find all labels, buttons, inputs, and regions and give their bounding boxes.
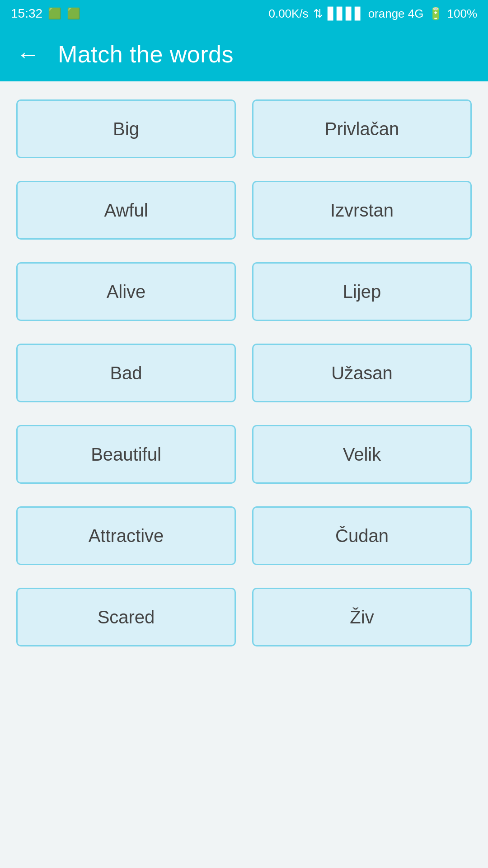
word-label-cudan: Čudan [328,526,396,546]
word-label-awful: Awful [97,200,155,221]
word-card-beautiful[interactable]: Beautiful [16,425,236,484]
word-label-uzasan: Užasan [324,363,400,383]
word-row-5: Beautiful Velik [16,425,472,484]
word-card-alive[interactable]: Alive [16,262,236,321]
word-label-izvrstan: Izvrstan [323,200,401,221]
word-card-awful[interactable]: Awful [16,181,236,240]
word-label-big: Big [106,119,146,139]
battery-status-icon: 🟩 [48,7,61,20]
word-label-alive: Alive [99,282,153,302]
word-row-4: Bad Užasan [16,344,472,402]
word-row-2: Awful Izvrstan [16,181,472,240]
word-label-velik: Velik [336,444,389,465]
carrier-label: orange 4G [368,7,424,21]
battery-icon: 🔋 [428,7,443,21]
word-label-bad: Bad [103,363,149,383]
word-row-7: Scared Živ [16,588,472,646]
app-icon: 🟩 [67,7,80,20]
word-label-attractive: Attractive [81,526,171,546]
word-card-lijep[interactable]: Lijep [252,262,472,321]
word-row-6: Attractive Čudan [16,506,472,565]
word-card-scared[interactable]: Scared [16,588,236,646]
back-button[interactable]: ← [16,42,40,66]
header: ← Match the words [0,27,488,81]
word-label-scared: Scared [90,607,162,627]
word-card-izvrstan[interactable]: Izvrstan [252,181,472,240]
word-row-3: Alive Lijep [16,262,472,321]
word-row-1: Big Privlačan [16,99,472,158]
network-speed: 0.00K/s [268,7,308,21]
main-content: Big Privlačan Awful Izvrstan Alive Lijep… [0,81,488,687]
word-card-velik[interactable]: Velik [252,425,472,484]
word-label-lijep: Lijep [336,282,389,302]
word-card-privlacan[interactable]: Privlačan [252,99,472,158]
word-card-attractive[interactable]: Attractive [16,506,236,565]
signal-strength-icon: ▋▋▋▋ [328,7,364,21]
word-card-cudan[interactable]: Čudan [252,506,472,565]
page-title: Match the words [58,41,234,68]
word-card-ziv[interactable]: Živ [252,588,472,646]
status-right: 0.00K/s ⇅ ▋▋▋▋ orange 4G 🔋 100% [268,7,477,21]
status-time: 15:32 [11,6,42,21]
word-card-uzasan[interactable]: Užasan [252,344,472,402]
word-label-beautiful: Beautiful [84,444,169,465]
signal-arrows-icon: ⇅ [313,7,323,21]
battery-percent: 100% [447,7,478,21]
word-label-ziv: Živ [343,607,381,627]
word-card-big[interactable]: Big [16,99,236,158]
word-card-bad[interactable]: Bad [16,344,236,402]
status-left: 15:32 🟩 🟩 [11,6,80,21]
status-bar: 15:32 🟩 🟩 0.00K/s ⇅ ▋▋▋▋ orange 4G 🔋 100… [0,0,488,27]
word-label-privlacan: Privlačan [318,119,407,139]
